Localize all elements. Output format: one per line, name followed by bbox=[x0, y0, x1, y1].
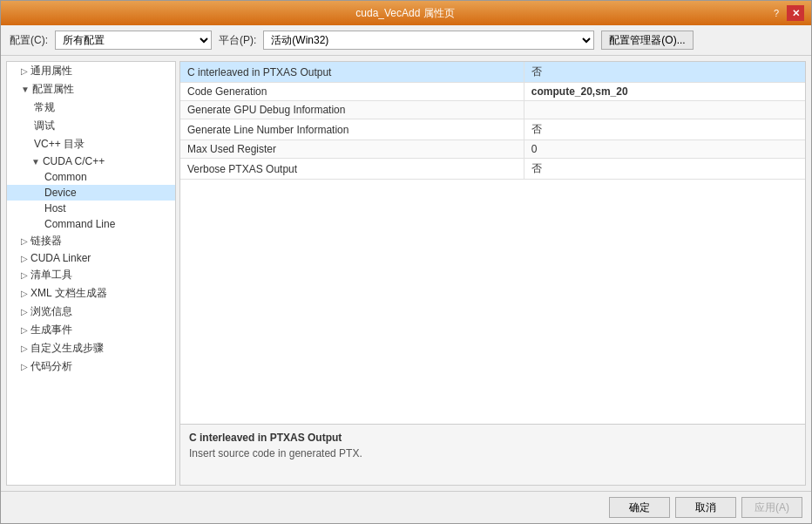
prop-name-0: C interleaved in PTXAS Output bbox=[180, 62, 524, 83]
prop-value-4: 0 bbox=[524, 140, 805, 159]
help-button[interactable]: ? bbox=[768, 5, 785, 21]
tree-item-command-line[interactable]: Command Line bbox=[7, 216, 175, 232]
tree-item-manifest-tool[interactable]: ▷ 清单工具 bbox=[7, 266, 175, 284]
tree-label-cuda-cpp: CUDA C/C++ bbox=[43, 155, 105, 167]
main-content: ▷ 通用属性▼ 配置属性 常规 调试 VC++ 目录▼ CUDA C/C++ C… bbox=[1, 56, 811, 491]
tree-label-browse-info: 浏览信息 bbox=[30, 304, 72, 319]
prop-value-3: 否 bbox=[524, 119, 805, 140]
tree-arrow-cuda-linker: ▷ bbox=[21, 254, 28, 263]
prop-name-1: Code Generation bbox=[180, 83, 524, 101]
config-mgr-button[interactable]: 配置管理器(O)... bbox=[601, 31, 693, 50]
apply-button[interactable]: 应用(A) bbox=[741, 497, 802, 518]
cancel-button[interactable]: 取消 bbox=[675, 497, 736, 518]
tree-item-custom-build[interactable]: ▷ 自定义生成步骤 bbox=[7, 339, 175, 357]
desc-title: C interleaved in PTXAS Output bbox=[189, 432, 796, 444]
desc-text: Insert source code in generated PTX. bbox=[189, 447, 796, 459]
tree-arrow-manifest-tool: ▷ bbox=[21, 270, 28, 280]
tree-arrow-xml-doc: ▷ bbox=[21, 289, 28, 298]
tree-arrow-common-props: ▷ bbox=[21, 66, 28, 76]
tree-item-cuda-linker[interactable]: ▷ CUDA Linker bbox=[7, 250, 175, 266]
tree-label-common-props: 通用属性 bbox=[30, 64, 72, 78]
config-label: 配置(C): bbox=[10, 33, 48, 48]
tree-item-config-props[interactable]: ▼ 配置属性 bbox=[7, 80, 175, 99]
left-tree-panel: ▷ 通用属性▼ 配置属性 常规 调试 VC++ 目录▼ CUDA C/C++ C… bbox=[6, 61, 176, 486]
tree-label-command-line: Command Line bbox=[44, 218, 115, 230]
tree-item-host[interactable]: Host bbox=[7, 201, 175, 216]
tree-label-device: Device bbox=[44, 187, 77, 199]
tree-item-build-events[interactable]: ▷ 生成事件 bbox=[7, 321, 175, 339]
title-controls: ? ✕ bbox=[768, 5, 804, 21]
tree-item-device[interactable]: Device bbox=[7, 185, 175, 201]
table-row[interactable]: C interleaved in PTXAS Output否 bbox=[180, 62, 805, 83]
table-row[interactable]: Code Generationcompute_20,sm_20 bbox=[180, 83, 805, 101]
prop-value-5: 否 bbox=[524, 159, 805, 180]
tree-arrow-custom-build: ▷ bbox=[21, 344, 28, 353]
tree-item-code-analysis[interactable]: ▷ 代码分析 bbox=[7, 357, 175, 376]
tree-label-build-events: 生成事件 bbox=[30, 323, 72, 337]
tree-label-debug: 调试 bbox=[34, 119, 55, 133]
tree-arrow-build-events: ▷ bbox=[21, 325, 28, 335]
tree-label-cuda-linker: CUDA Linker bbox=[30, 252, 91, 264]
tree-label-config-props: 配置属性 bbox=[32, 82, 74, 97]
platform-label: 平台(P): bbox=[219, 33, 256, 48]
tree-label-general: 常规 bbox=[34, 100, 55, 115]
bottom-bar: 确定 取消 应用(A) bbox=[1, 491, 811, 523]
config-select[interactable]: 所有配置 bbox=[55, 31, 212, 50]
main-window: cuda_VecAdd 属性页 ? ✕ 配置(C): 所有配置 平台(P): 活… bbox=[0, 0, 812, 524]
table-row[interactable]: Max Used Register0 bbox=[180, 140, 805, 159]
tree-item-linker[interactable]: ▷ 链接器 bbox=[7, 232, 175, 250]
tree-arrow-linker: ▷ bbox=[21, 236, 28, 246]
tree-arrow-config-props: ▼ bbox=[21, 85, 30, 94]
prop-value-0: 否 bbox=[524, 62, 805, 83]
ok-button[interactable]: 确定 bbox=[609, 497, 670, 518]
tree-label-xml-doc: XML 文档生成器 bbox=[30, 286, 107, 301]
tree-label-vcpp-dirs: VC++ 目录 bbox=[34, 137, 85, 152]
tree-arrow-code-analysis: ▷ bbox=[21, 362, 28, 371]
right-props-panel: C interleaved in PTXAS Output否Code Gener… bbox=[179, 61, 806, 486]
prop-name-4: Max Used Register bbox=[180, 140, 524, 159]
tree-item-general[interactable]: 常规 bbox=[7, 99, 175, 117]
tree-label-manifest-tool: 清单工具 bbox=[30, 268, 72, 282]
tree-item-cuda-cpp[interactable]: ▼ CUDA C/C++ bbox=[7, 153, 175, 169]
tree-item-browse-info[interactable]: ▷ 浏览信息 bbox=[7, 303, 175, 321]
platform-select[interactable]: 活动(Win32) bbox=[263, 31, 594, 50]
close-button[interactable]: ✕ bbox=[787, 5, 804, 21]
tree-item-common-props[interactable]: ▷ 通用属性 bbox=[7, 62, 175, 80]
tree-label-linker: 链接器 bbox=[30, 234, 62, 248]
tree-item-common[interactable]: Common bbox=[7, 169, 175, 185]
tree-label-common: Common bbox=[44, 171, 87, 183]
tree-item-vcpp-dirs[interactable]: VC++ 目录 bbox=[7, 135, 175, 153]
tree-label-code-analysis: 代码分析 bbox=[30, 359, 72, 374]
toolbar: 配置(C): 所有配置 平台(P): 活动(Win32) 配置管理器(O)... bbox=[1, 25, 811, 56]
table-row[interactable]: Verbose PTXAS Output否 bbox=[180, 159, 805, 180]
tree-arrow-browse-info: ▷ bbox=[21, 307, 28, 316]
tree-item-xml-doc[interactable]: ▷ XML 文档生成器 bbox=[7, 284, 175, 303]
table-row[interactable]: Generate GPU Debug Information bbox=[180, 101, 805, 119]
properties-table: C interleaved in PTXAS Output否Code Gener… bbox=[180, 62, 805, 180]
window-title: cuda_VecAdd 属性页 bbox=[43, 6, 768, 21]
prop-value-1: compute_20,sm_20 bbox=[524, 83, 805, 101]
table-row[interactable]: Generate Line Number Information否 bbox=[180, 119, 805, 140]
prop-name-5: Verbose PTXAS Output bbox=[180, 159, 524, 180]
tree-label-custom-build: 自定义生成步骤 bbox=[30, 341, 104, 356]
tree-arrow-cuda-cpp: ▼ bbox=[31, 157, 40, 167]
props-table: C interleaved in PTXAS Output否Code Gener… bbox=[180, 62, 805, 424]
prop-name-2: Generate GPU Debug Information bbox=[180, 101, 524, 119]
title-bar: cuda_VecAdd 属性页 ? ✕ bbox=[1, 1, 811, 25]
prop-value-2 bbox=[524, 101, 805, 119]
prop-name-3: Generate Line Number Information bbox=[180, 119, 524, 140]
tree-label-host: Host bbox=[44, 202, 66, 214]
description-panel: C interleaved in PTXAS Output Insert sou… bbox=[180, 424, 805, 485]
tree-item-debug[interactable]: 调试 bbox=[7, 117, 175, 135]
